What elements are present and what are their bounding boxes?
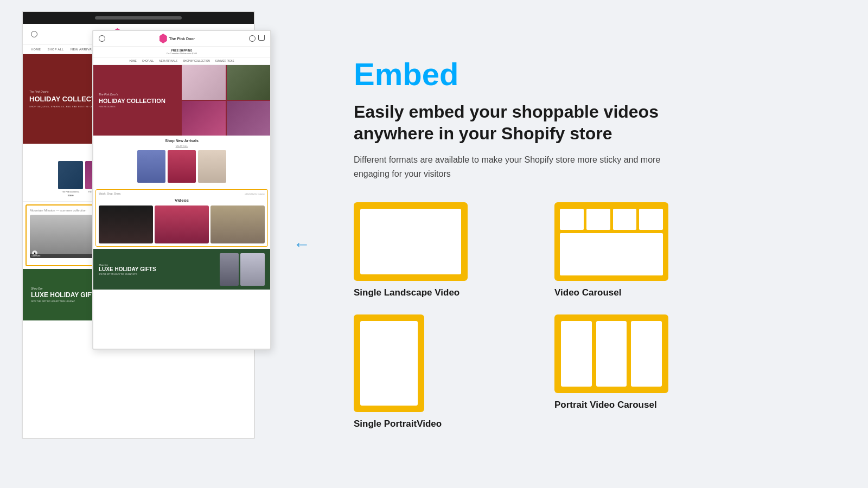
back-footer-desc: GIVE THE GIFT OF LUXURY THIS HOLIDAY bbox=[31, 300, 100, 303]
front-menu: HOME SHOP ALL NEW ARRIVALS SHOP BY COLLE… bbox=[93, 57, 270, 65]
front-footer-img-1 bbox=[220, 253, 239, 286]
front-icons bbox=[249, 35, 265, 42]
portrait-carousel-1 bbox=[561, 321, 592, 387]
carousel-top-1 bbox=[560, 209, 584, 230]
front-hero-text: The Pink Door's HOLIDAY COLLECTION FESTI… bbox=[93, 65, 182, 136]
menu-item-1: HOME bbox=[31, 48, 41, 51]
landscape-video-inner bbox=[360, 209, 461, 274]
front-watch-vid-2 bbox=[155, 206, 209, 243]
front-ship-sub: On Canadian Orders over $100 bbox=[95, 52, 268, 55]
front-watch-videos bbox=[99, 206, 265, 243]
portrait-video-inner bbox=[360, 321, 418, 406]
back-featured-vid-1: ▶ Catch Ruffle bbox=[30, 215, 101, 258]
front-product-img-2 bbox=[168, 150, 196, 183]
front-logo-icon bbox=[159, 34, 167, 43]
front-watch-vid-1 bbox=[99, 206, 153, 243]
back-product-1: The Pink Door Dress $74.00 bbox=[58, 161, 83, 197]
store-nav-back bbox=[23, 12, 254, 24]
front-watch-vid-3 bbox=[210, 206, 265, 243]
front-view-all: VIEW ALL bbox=[97, 144, 267, 147]
carousel-video-label: Video Carousel bbox=[554, 287, 723, 298]
store-window-front: The Pink Door FREE SHIPPING On Canadian … bbox=[92, 30, 271, 350]
front-product-img-1 bbox=[137, 150, 165, 183]
back-product-name-1: The Pink Door Dress bbox=[58, 191, 83, 194]
portrait-carousel-icon bbox=[554, 314, 668, 393]
format-portrait-item: Single PortraitVideo bbox=[354, 314, 522, 429]
front-products bbox=[97, 150, 267, 184]
back-footer-subtitle: Shop Our bbox=[31, 287, 100, 290]
front-menu-2: SHOP ALL bbox=[142, 60, 154, 62]
format-carousel-item: Video Carousel bbox=[554, 202, 723, 298]
vid-title-1: Catch Ruffle bbox=[31, 255, 99, 257]
front-watch-header: Watch. Shop. Share. published by Our Ins… bbox=[99, 192, 265, 195]
front-menu-5: SUMMER PICKS bbox=[215, 60, 234, 62]
front-hero-title: HOLIDAY COLLECTION bbox=[99, 98, 176, 104]
front-product-1 bbox=[137, 150, 165, 184]
front-new-arrivals: Shop New Arrivals VIEW ALL bbox=[93, 136, 270, 187]
front-logo: The Pink Door bbox=[159, 34, 195, 43]
embed-headline: Easily embed your shoppable videos anywh… bbox=[354, 101, 701, 144]
front-footer-title: LUXE HOLIDAY GIFTS bbox=[99, 266, 156, 272]
front-hero-img-2 bbox=[227, 65, 271, 100]
portrait-carousel-3 bbox=[631, 321, 662, 387]
back-product-img-1 bbox=[58, 161, 83, 189]
front-hero-img-4 bbox=[227, 101, 271, 136]
carousel-top-4 bbox=[639, 209, 663, 230]
front-footer-images bbox=[220, 253, 265, 286]
front-logo-text: The Pink Door bbox=[169, 37, 195, 41]
front-nav: The Pink Door bbox=[93, 31, 270, 47]
portrait-video-icon bbox=[354, 314, 424, 412]
arrow-indicator: ← bbox=[293, 234, 310, 254]
front-menu-1: HOME bbox=[129, 60, 137, 62]
front-cart-icon bbox=[258, 35, 265, 41]
carousel-video-icon bbox=[554, 202, 668, 281]
landscape-video-icon bbox=[354, 202, 468, 281]
back-footer-text: Shop Our LUXE HOLIDAY GIFTS GIVE THE GIF… bbox=[31, 287, 100, 303]
store-preview: The Pink Door HOME SHOP ALL NEW ARRIVALS… bbox=[22, 11, 282, 477]
carousel-top-row bbox=[560, 209, 663, 230]
front-new-arrivals-title: Shop New Arrivals bbox=[97, 139, 267, 143]
front-watch-section: Watch. Shop. Share. published by Our Ins… bbox=[95, 189, 268, 247]
front-menu-3: NEW ARRIVALS bbox=[159, 60, 177, 62]
content-section: Embed Easily embed your shoppable videos… bbox=[332, 48, 846, 440]
front-videos-title: Videos bbox=[99, 198, 265, 203]
front-product-3 bbox=[198, 150, 226, 184]
embed-description: Different formats are available to make … bbox=[354, 153, 690, 181]
carousel-top-2 bbox=[586, 209, 610, 230]
front-footer-banner: Shop Our LUXE HOLIDAY GIFTS GIVE THE GIF… bbox=[93, 249, 270, 290]
front-search-icon bbox=[99, 35, 105, 42]
portrait-video-label: Single PortraitVideo bbox=[354, 419, 522, 429]
front-search-icon-2 bbox=[249, 35, 256, 42]
format-portrait-carousel-item: Portrait Video Carousel bbox=[554, 314, 723, 429]
front-free-shipping-banner: FREE SHIPPING On Canadian Orders over $1… bbox=[93, 47, 270, 57]
front-hero: The Pink Door's HOLIDAY COLLECTION FESTI… bbox=[93, 65, 270, 136]
carousel-bottom bbox=[560, 233, 663, 275]
front-footer-text: Shop Our LUXE HOLIDAY GIFTS GIVE THE GIF… bbox=[99, 264, 156, 275]
store-preview-inner: The Pink Door HOME SHOP ALL NEW ARRIVALS… bbox=[22, 11, 282, 477]
main-layout: The Pink Door HOME SHOP ALL NEW ARRIVALS… bbox=[0, 0, 868, 488]
vid-overlay-1: Catch Ruffle bbox=[30, 254, 101, 258]
back-product-price-1: $74.00 bbox=[58, 195, 83, 197]
front-product-2 bbox=[168, 150, 196, 184]
portrait-carousel-label: Portrait Video Carousel bbox=[554, 400, 723, 410]
front-footer-img-2 bbox=[240, 253, 265, 286]
back-search-icon bbox=[31, 31, 37, 37]
back-footer-title: LUXE HOLIDAY GIFTS bbox=[31, 292, 100, 298]
front-footer-desc: GIVE THE GIFT OF LUXURY THIS HOLIDAY, GI… bbox=[99, 273, 156, 275]
nav-bar-placeholder bbox=[95, 16, 182, 20]
embed-title: Embed bbox=[354, 59, 825, 90]
carousel-top-3 bbox=[613, 209, 637, 230]
menu-item-2: SHOP ALL bbox=[47, 48, 64, 51]
front-product-img-3 bbox=[198, 150, 226, 183]
front-menu-4: SHOP BY COLLECTION bbox=[183, 60, 210, 62]
format-landscape-item: Single Landscape Video bbox=[354, 202, 522, 298]
front-hero-img-1 bbox=[182, 65, 226, 100]
format-grid: Single Landscape Video Video Carousel bbox=[354, 202, 723, 429]
front-hero-img-3 bbox=[182, 101, 226, 136]
front-hero-images bbox=[182, 65, 270, 136]
front-watch-published: published by Our Instagram bbox=[245, 193, 265, 195]
landscape-video-label: Single Landscape Video bbox=[354, 287, 522, 298]
front-hero-desc: FESTIVE OUTFITS bbox=[99, 106, 176, 108]
front-hero-subtitle: The Pink Door's bbox=[99, 93, 176, 96]
front-watch-share: Watch. Shop. Share. bbox=[99, 192, 121, 195]
